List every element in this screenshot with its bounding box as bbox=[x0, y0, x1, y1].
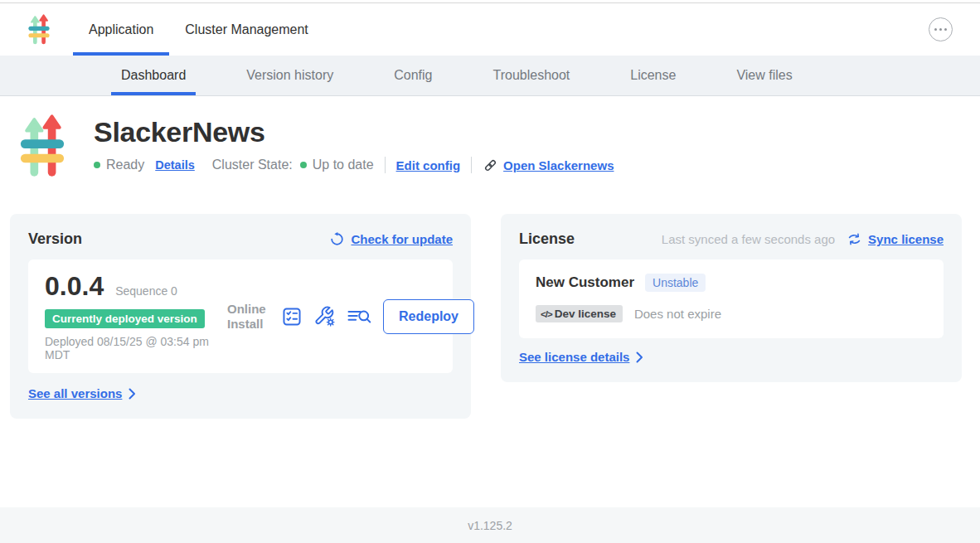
tab-application[interactable]: Application bbox=[73, 3, 169, 56]
tab-cluster-management-label: Cluster Management bbox=[185, 22, 308, 37]
version-sequence: Sequence 0 bbox=[115, 284, 177, 298]
refresh-icon bbox=[329, 231, 345, 247]
top-nav: Application Cluster Management bbox=[0, 3, 980, 56]
app-status-text: Ready bbox=[106, 158, 144, 172]
version-card: Version Check for update 0.0.4 Sequ bbox=[10, 214, 471, 419]
subnav-tab-view-files[interactable]: View files bbox=[726, 56, 802, 95]
version-number: 0.0.4 bbox=[45, 271, 104, 302]
console-version: v1.125.2 bbox=[468, 519, 512, 532]
chain-link-icon bbox=[483, 158, 498, 173]
app-status-row: Ready Details Cluster State: Up to date … bbox=[94, 157, 614, 173]
dashboard-content: SlackerNews Ready Details Cluster State:… bbox=[0, 96, 980, 507]
subnav-tab-troubleshoot-label: Troubleshoot bbox=[492, 68, 570, 83]
logs-magnifier-icon[interactable] bbox=[347, 306, 372, 327]
top-nav-tabs: Application Cluster Management bbox=[73, 3, 324, 56]
deployed-timestamp: Deployed 08/15/25 @ 03:54 pm MDT bbox=[45, 335, 227, 361]
version-card-title: Version bbox=[28, 230, 82, 248]
subnav-tab-version-history-label: Version history bbox=[246, 68, 333, 83]
current-version-box: 0.0.4 Sequence 0 Currently deployed vers… bbox=[28, 259, 453, 373]
edit-config-link[interactable]: Edit config bbox=[396, 158, 461, 172]
divider bbox=[471, 157, 472, 173]
subnav-tab-license-label: License bbox=[630, 68, 676, 83]
sync-icon bbox=[847, 231, 862, 247]
subnav-tab-dashboard[interactable]: Dashboard bbox=[111, 56, 196, 95]
app-logo-icon bbox=[18, 114, 66, 183]
see-all-versions-link[interactable]: See all versions bbox=[28, 386, 122, 400]
brand-logo-icon bbox=[27, 12, 51, 47]
last-synced-text: Last synced a few seconds ago bbox=[662, 232, 835, 246]
app-subnav: Dashboard Version history Config Trouble… bbox=[0, 56, 980, 96]
console-footer: v1.125.2 bbox=[0, 507, 980, 543]
cluster-state-value: Up to date bbox=[313, 158, 374, 172]
tab-application-label: Application bbox=[89, 22, 153, 37]
subnav-tab-config[interactable]: Config bbox=[384, 56, 442, 95]
ellipsis-icon bbox=[934, 28, 938, 32]
see-license-details-link[interactable]: See license details bbox=[519, 350, 629, 364]
subnav-tab-config-label: Config bbox=[394, 68, 432, 83]
redeploy-button[interactable]: Redeploy bbox=[383, 299, 474, 334]
chevron-right-icon bbox=[129, 388, 136, 400]
license-card-title: License bbox=[519, 230, 575, 248]
subnav-tab-license[interactable]: License bbox=[620, 56, 686, 95]
page-title: SlackerNews bbox=[94, 116, 614, 148]
license-type-badge: </> Dev license bbox=[536, 305, 623, 322]
subnav-tab-view-files-label: View files bbox=[736, 68, 792, 83]
overflow-menu-button[interactable] bbox=[929, 17, 953, 41]
license-expiry: Does not expire bbox=[634, 307, 721, 321]
license-box: New Customer Unstable </> Dev license Do… bbox=[519, 259, 944, 338]
app-header: SlackerNews Ready Details Cluster State:… bbox=[18, 114, 980, 183]
divider bbox=[385, 157, 386, 173]
customer-name: New Customer bbox=[536, 274, 634, 291]
subnav-tab-troubleshoot[interactable]: Troubleshoot bbox=[483, 56, 580, 95]
deployed-badge: Currently deployed version bbox=[45, 309, 205, 328]
install-type-label: Online Install bbox=[227, 302, 270, 331]
code-icon: </> bbox=[541, 309, 552, 319]
config-wrench-icon[interactable] bbox=[313, 305, 336, 327]
subnav-tab-dashboard-label: Dashboard bbox=[121, 68, 186, 83]
open-app-link[interactable]: Open Slackernews bbox=[503, 158, 614, 172]
tab-cluster-management[interactable]: Cluster Management bbox=[169, 3, 324, 56]
channel-badge: Unstable bbox=[645, 274, 706, 292]
cluster-state-label: Cluster State: bbox=[212, 158, 293, 172]
chevron-right-icon bbox=[636, 351, 643, 363]
sync-license-link[interactable]: Sync license bbox=[868, 232, 944, 246]
details-link[interactable]: Details bbox=[155, 158, 195, 172]
license-type-label: Dev license bbox=[555, 308, 616, 320]
subnav-tab-version-history[interactable]: Version history bbox=[236, 56, 343, 95]
preflight-checklist-icon[interactable] bbox=[281, 306, 303, 327]
dashboard-cards: Version Check for update 0.0.4 Sequ bbox=[10, 214, 962, 419]
app-status-dot bbox=[94, 162, 100, 168]
cluster-state-dot bbox=[300, 162, 307, 168]
license-card: License Last synced a few seconds ago Sy… bbox=[501, 214, 962, 382]
check-for-update-link[interactable]: Check for update bbox=[351, 232, 453, 246]
